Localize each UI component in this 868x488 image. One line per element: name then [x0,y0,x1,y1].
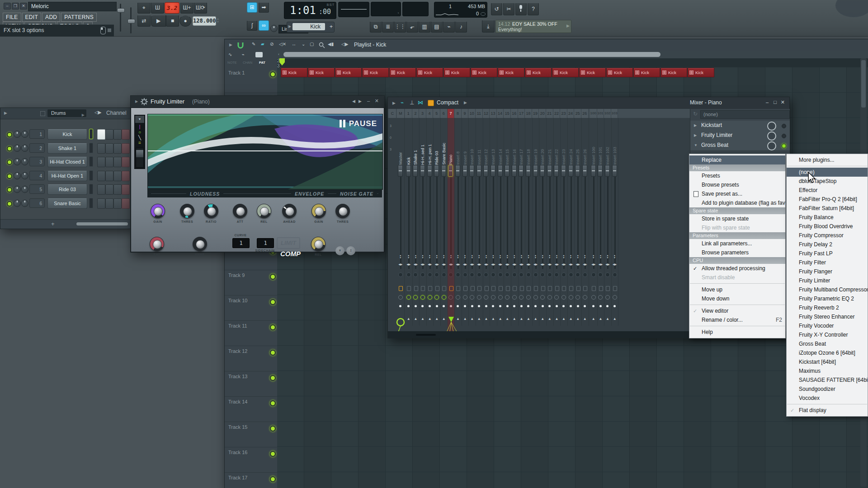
menu-item-edit[interactable]: EDIT [22,13,42,22]
context-item-allow-threaded-processing[interactable]: ✓Allow threaded processing [689,264,785,273]
fader-slot[interactable] [458,166,459,269]
knob-knee-2[interactable] [193,237,207,251]
fx-enabled-icon[interactable] [606,286,610,291]
fx-mix-knob[interactable] [767,131,776,141]
add-pattern-icon[interactable]: + [330,23,333,30]
mixer-strip-insert-101[interactable]: Insert 101▲▼◀▶▲ [597,118,605,326]
fx-enabled-icon[interactable] [491,286,495,291]
stereo-sep-icon[interactable]: ▲▼ [448,254,455,259]
playlist-view-icon[interactable]: ⧉ [370,21,382,33]
knob-ratio-1[interactable] [204,204,218,218]
channel-button[interactable]: Shake 1 [47,143,87,154]
mixer-strip-ride-03[interactable]: Ride 03▲▼◀▶▲ [433,118,441,326]
record-arm-icon[interactable] [448,271,455,279]
mute-clock-icon[interactable] [554,295,559,300]
plugin-item-fruity-multiband-compressor[interactable]: Fruity Multiband Compressor [787,285,868,294]
mute-clock-icon[interactable] [605,295,610,300]
mute-clock-icon[interactable] [526,295,531,300]
route-arrow-icon[interactable]: ▲ [476,317,483,321]
mixer-strip-insert-16[interactable]: Insert 16▲▼◀▶▲ [511,118,519,326]
fx-enabled-icon[interactable] [613,286,617,291]
pan-icon[interactable]: ◀▶ [604,263,611,266]
step-cell[interactable] [97,198,105,209]
pan-icon[interactable]: ◀▶ [525,263,532,266]
pan-icon[interactable]: ◀▶ [597,263,604,266]
route-arrow-icon[interactable]: ▲ [511,317,518,321]
context-item-replace[interactable]: Replace [689,155,785,164]
mute-clock-icon[interactable] [505,295,509,300]
stereo-sep-icon[interactable]: ▲▼ [476,254,483,259]
stereo-sep-icon[interactable]: ▲▼ [604,254,611,259]
record-arm-icon[interactable] [597,271,604,279]
stereo-sep-icon[interactable]: ▲▼ [397,254,404,259]
stereo-sep-icon[interactable]: ▲▼ [560,254,567,259]
playlist-track-header[interactable]: Track 16 [225,447,277,473]
mixer-strip-insert-8[interactable]: Insert 8▲▼◀▶▲ [454,118,462,326]
plugin-item-fruity-blood-overdrive[interactable]: Fruity Blood Overdrive [787,222,868,231]
fader-slot[interactable] [500,166,501,269]
mute-clock-icon[interactable] [456,295,460,300]
fx-enable-led[interactable] [782,144,786,148]
mixer-strip-snare-basic[interactable]: Snare Basic▲▼◀▶▲ [440,118,448,326]
plugin-item-fruity-stereo-enhancer[interactable]: Fruity Stereo Enhancer [787,312,868,321]
pattern-clip[interactable]: Kick [606,68,633,77]
record-arm-icon[interactable] [433,271,440,279]
display-zoom-handle[interactable] [136,150,143,157]
record-arm-icon[interactable] [412,271,420,279]
mixer-number-23[interactable]: 23 [560,109,567,118]
mute-clock-icon[interactable] [569,295,573,300]
plugin-item-fruity-reeverb-2[interactable]: Fruity Reeverb 2 [787,303,868,312]
record-arm-icon[interactable] [553,271,561,279]
select-tool-icon[interactable]: ▢ [310,42,314,47]
step-cell[interactable] [113,198,122,209]
fx-enabled-icon[interactable] [599,286,603,291]
route-arrow-icon[interactable]: ▲ [412,317,420,321]
track-led[interactable] [270,451,276,457]
gear-icon[interactable] [141,98,148,105]
fx-enabled-icon[interactable] [414,286,418,291]
channel-button[interactable]: Hi-Hat Closed 1 [47,157,87,167]
fx-enabled-icon[interactable] [534,286,538,291]
route-arrow-icon[interactable]: ▲ [426,317,434,321]
pan-icon[interactable]: ◀▶ [546,263,553,266]
pan-icon[interactable]: ◀▶ [532,263,539,266]
fx-enabled-icon[interactable] [421,286,425,291]
mute-clock-icon[interactable] [512,295,517,300]
step-cell[interactable] [105,129,113,140]
playlist-track-header[interactable]: Track 15 [225,422,277,447]
record-arm-icon[interactable] [476,271,483,279]
pattern-clip[interactable]: Kick [416,68,443,77]
mixer-strip-insert-18[interactable]: Insert 18▲▼◀▶▲ [525,118,533,326]
plugin-item-fruity-delay-2[interactable]: Fruity Delay 2 [787,240,868,249]
stereo-sep-icon[interactable]: ▲▼ [440,254,448,259]
fader-handle[interactable] [547,165,552,177]
record-arm-icon[interactable] [532,271,539,279]
news-next-icon[interactable]: ▶ [566,23,570,28]
audio-track-icon[interactable]: ∿ [228,52,232,57]
fx-enabled-icon[interactable] [449,286,453,291]
time-display[interactable]: B:S:T 1:01 :00 [284,2,336,19]
curve-display[interactable]: 1 [232,238,250,248]
prev-preset-icon[interactable]: ◀ [352,99,355,103]
pan-icon[interactable]: ◀▶ [426,263,434,266]
fx-enabled-icon[interactable] [569,286,573,291]
track-led[interactable] [270,375,276,381]
plugin-item-gross-beat[interactable]: Gross Beat [787,339,868,348]
curve-mode-icon[interactable]: ╲ [135,135,145,141]
magnet-icon[interactable] [236,42,245,49]
fader-handle[interactable] [455,165,460,177]
mixer-strip-insert-12[interactable]: Insert 12▲▼◀▶▲ [483,118,491,326]
tab-note[interactable]: NOTE [227,61,237,65]
mixer-number-9[interactable]: 9 [462,109,469,118]
fx-enabled-icon[interactable] [471,286,475,291]
track-led[interactable] [270,476,276,482]
record-arm-icon[interactable] [483,271,490,279]
mixer-strip-piano[interactable]: Piano▲▼◀▶ [448,118,455,326]
pan-icon[interactable]: ◀▶ [448,263,455,266]
playlist-track-header[interactable]: Track 17 [225,472,277,488]
route-arrow-icon[interactable]: ▲ [504,317,511,321]
record-arm-icon[interactable] [539,271,546,279]
piano-roll-view-icon[interactable]: ⋮⋮ [394,21,406,33]
fader-handle[interactable] [434,165,439,177]
fader-slot[interactable] [479,166,480,269]
